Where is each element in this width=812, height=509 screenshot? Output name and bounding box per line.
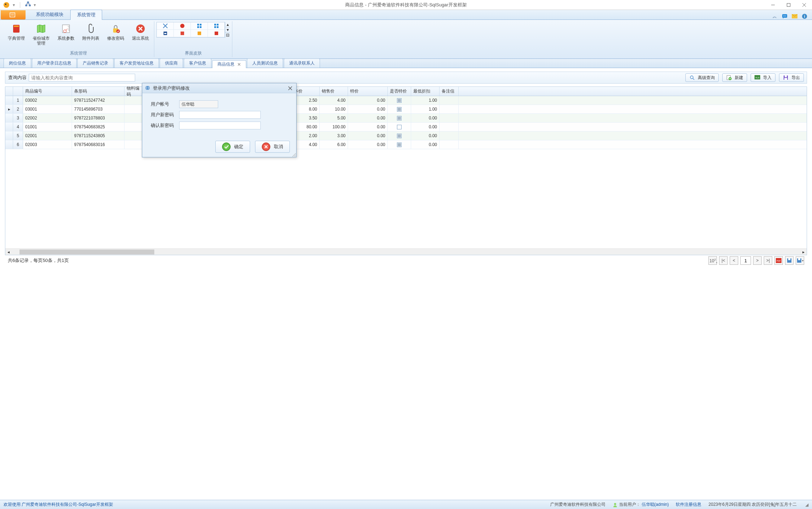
dialog-titlebar[interactable]: 登录用户密码修改 — [142, 83, 296, 93]
col-header[interactable]: 备注信 — [440, 87, 459, 96]
scroll-right-icon[interactable]: ▸ — [800, 249, 807, 255]
cell: 9787540683825 — [72, 123, 125, 131]
skin-down-button[interactable]: ▾ — [225, 27, 230, 33]
ribbon-item-attach[interactable]: 附件列表 — [79, 22, 102, 42]
doc-tab[interactable]: 用户登录日志信息 — [32, 58, 77, 68]
org-chart-icon[interactable] — [25, 1, 31, 8]
prev-page-button[interactable]: < — [730, 256, 738, 265]
row-number: 1 — [13, 96, 23, 105]
dialog-close-button[interactable] — [287, 85, 293, 91]
titlebar-left: ▾ ▾ — [0, 1, 36, 9]
row-number: 3 — [13, 114, 23, 122]
scale-button[interactable]: 102• — [708, 256, 717, 265]
ribbon-tab[interactable]: 系统管理 — [70, 10, 102, 20]
doc-tab[interactable]: 产品销售记录 — [77, 58, 114, 68]
table-row[interactable]: ▸2030017701458967038.0010.000.001.00 — [5, 105, 807, 114]
advanced-query-button[interactable]: 高级查询 — [685, 73, 719, 82]
col-header[interactable]: 商品编号 — [23, 87, 72, 96]
save-menu-button[interactable]: ▾ — [796, 256, 804, 265]
save-button[interactable] — [785, 256, 794, 265]
new-button[interactable]: 新建 — [722, 73, 747, 82]
cell — [440, 96, 459, 105]
check-icon — [222, 142, 231, 151]
checkbox-icon[interactable] — [397, 98, 402, 103]
search-icon — [689, 75, 695, 80]
export-button[interactable]: 导出 — [779, 73, 804, 82]
resize-grip-icon[interactable] — [292, 152, 296, 157]
col-header[interactable]: 特价 — [348, 87, 388, 96]
ribbon-item-password[interactable]: 修改密码 — [104, 22, 127, 42]
newpass-input[interactable] — [179, 111, 261, 119]
ribbon-item-params[interactable]: 系统参数 — [55, 22, 77, 42]
row-number: 4 — [13, 123, 23, 131]
close-button[interactable] — [796, 0, 812, 10]
maximize-button[interactable] — [781, 0, 796, 10]
first-page-button[interactable]: |< — [719, 256, 728, 265]
dropdown-icon[interactable]: ▾ — [13, 2, 15, 7]
scroll-thumb[interactable] — [20, 250, 154, 254]
doc-tab[interactable]: 客户信息 — [184, 58, 211, 68]
col-header[interactable]: 是否特价 — [388, 87, 411, 96]
doc-tab[interactable]: 商品信息✕ — [212, 60, 246, 68]
password-dialog: 登录用户密码修改 用户帐号 伍华聪 用户新密码 确认新密码 — [142, 83, 297, 157]
skin-more-button[interactable]: ⊟ — [225, 33, 230, 38]
table-row[interactable]: 60200397875406830164.006.000.000.00 — [5, 140, 807, 149]
page-input[interactable] — [740, 256, 751, 265]
table-row[interactable]: 50200197871152438052.003.000.000.00 — [5, 132, 807, 140]
row-number: 6 — [13, 140, 23, 149]
svg-rect-34 — [200, 24, 201, 26]
next-page-button[interactable]: > — [753, 256, 762, 265]
pdf-export-button[interactable]: PDF — [774, 256, 783, 265]
svg-rect-33 — [197, 24, 199, 26]
new-icon — [726, 75, 732, 80]
ribbon-tab[interactable]: 系统功能模块 — [29, 9, 70, 19]
col-header[interactable]: 销售价 — [320, 87, 348, 96]
checkbox-icon[interactable] — [397, 142, 402, 147]
confirm-input[interactable] — [179, 122, 261, 129]
checkbox-icon[interactable] — [397, 107, 402, 112]
ribbon-item-dict[interactable]: 字典管理 — [5, 22, 28, 42]
table-row[interactable]: 10300297871152477422.504.000.001.00 — [5, 96, 807, 105]
svg-point-13 — [783, 16, 784, 16]
col-header[interactable]: 条形码 — [72, 87, 125, 96]
chat-icon[interactable] — [781, 13, 788, 19]
cell: 02001 — [23, 132, 72, 140]
import-button[interactable]: XLS 导入 — [751, 73, 775, 82]
doc-tab[interactable]: 岗位信息 — [4, 58, 31, 68]
scroll-left-icon[interactable]: ◂ — [5, 249, 12, 255]
ribbon-item-city[interactable]: 省份城市管理 — [30, 22, 53, 47]
xls-import-icon: XLS — [755, 75, 760, 80]
collapse-ribbon-icon[interactable]: ︽ — [772, 13, 778, 19]
h-scrollbar[interactable]: ◂ ▸ — [5, 248, 807, 255]
cell: 9787115243805 — [72, 132, 125, 140]
svg-rect-43 — [181, 32, 184, 35]
cancel-button[interactable]: 取消 — [255, 141, 290, 153]
cell: 0.00 — [411, 123, 440, 131]
last-page-button[interactable]: >| — [764, 256, 772, 265]
col-header[interactable]: 最低折扣 — [411, 87, 440, 96]
ribbon-item-exit[interactable]: 退出系统 — [129, 22, 152, 42]
minimize-button[interactable] — [765, 0, 781, 10]
ok-button[interactable]: 确定 — [215, 141, 250, 153]
table-row[interactable]: 401001978754068382580.00100.000.000.00 — [5, 123, 807, 132]
book-icon — [11, 23, 22, 34]
table-row[interactable]: 30200297872210788033.505.000.000.00 — [5, 114, 807, 123]
search-input[interactable] — [29, 74, 135, 82]
doc-tab[interactable]: 通讯录联系人 — [284, 58, 320, 68]
checkbox-icon[interactable] — [397, 116, 402, 121]
dropdown-icon[interactable]: ▾ — [34, 2, 36, 7]
svg-rect-6 — [787, 3, 790, 6]
row-indicator: ▸ — [5, 105, 13, 113]
mail-icon[interactable] — [791, 13, 798, 19]
info-icon[interactable]: i — [801, 13, 808, 19]
ribbon-file-button[interactable] — [1, 10, 26, 19]
doc-tab[interactable]: 人员测试信息 — [247, 58, 283, 68]
svg-point-46 — [690, 76, 693, 79]
doc-tab[interactable]: 供应商 — [160, 58, 183, 68]
checkbox-icon[interactable] — [397, 134, 402, 138]
checkbox-icon[interactable] — [397, 125, 402, 129]
skin-up-button[interactable]: ▴ — [225, 22, 230, 27]
close-icon[interactable]: ✕ — [237, 62, 241, 67]
doc-tab[interactable]: 客户发货地址信息 — [114, 58, 159, 68]
skin-gallery[interactable] — [156, 22, 225, 38]
